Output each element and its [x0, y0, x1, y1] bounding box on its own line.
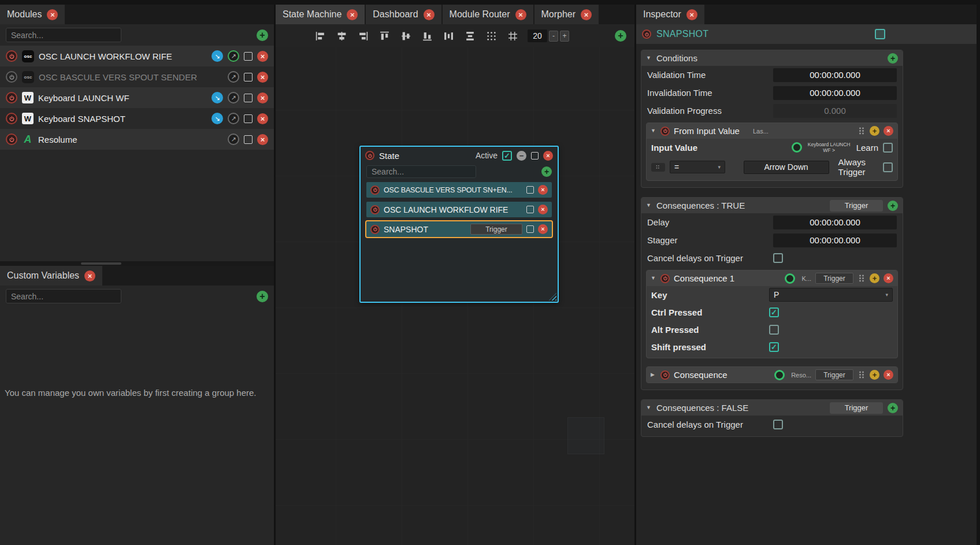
inspector-scroll-area[interactable]: ▼ Conditions + Validation Time 00:00:00.… [636, 44, 977, 545]
duplicate-consequence-button[interactable]: + [870, 370, 879, 380]
output-activity-icon[interactable]: ↗ [228, 134, 239, 145]
tab-state-machine[interactable]: State Machine × [276, 5, 365, 24]
state-search-input[interactable] [366, 165, 476, 178]
distribute-horizontal-icon[interactable] [440, 28, 457, 43]
close-icon[interactable]: × [84, 270, 95, 281]
power-icon[interactable] [6, 50, 17, 62]
state-node-header[interactable]: State Active ✓ − × [361, 147, 558, 164]
validation-time-field[interactable]: 00:00:00.000 [773, 68, 897, 82]
conditions-header[interactable]: ▼ Conditions + [641, 50, 903, 66]
detach-checkbox[interactable] [244, 94, 253, 102]
target-icon[interactable] [792, 142, 802, 153]
shift-pressed-checkbox[interactable]: ✓ [769, 342, 779, 352]
output-activity-icon[interactable]: ↗ [228, 50, 239, 62]
power-icon[interactable] [6, 71, 17, 83]
align-top-icon[interactable] [376, 28, 393, 43]
snap-grid-icon[interactable] [482, 28, 500, 43]
consequence-2-header[interactable]: ▶ Consequence Reso... Trigger + × [647, 367, 897, 383]
grid-size-increment[interactable]: + [560, 31, 569, 42]
power-icon[interactable] [660, 370, 670, 380]
power-icon[interactable] [6, 92, 17, 103]
drag-handle-icon[interactable] [858, 370, 866, 379]
distribute-vertical-icon[interactable] [461, 28, 478, 43]
minimize-icon[interactable]: − [517, 151, 526, 161]
invalidation-time-field[interactable]: 00:00:00.000 [773, 86, 897, 100]
from-input-value-header[interactable]: ▼ From Input Value Las... + × [647, 123, 897, 139]
remove-consequence-icon[interactable]: × [884, 370, 893, 380]
grid-size-decrement[interactable]: - [549, 31, 558, 42]
trigger-button[interactable]: Trigger [470, 224, 522, 235]
processor-item-selected[interactable]: SNAPSHOT Trigger × [366, 221, 552, 237]
active-checkbox[interactable]: ✓ [502, 151, 512, 161]
duplicate-condition-button[interactable]: + [870, 126, 879, 136]
tab-modules[interactable]: Modules × [0, 5, 65, 24]
cancel-delays-checkbox[interactable]: ✓ [773, 253, 783, 263]
align-center-vertical-icon[interactable] [397, 28, 414, 43]
power-icon[interactable] [365, 151, 374, 160]
remove-module-icon[interactable]: × [257, 51, 268, 62]
power-icon[interactable] [370, 205, 380, 214]
remove-state-icon[interactable]: × [543, 151, 553, 161]
chevron-down-icon[interactable]: ▼ [646, 55, 652, 61]
trigger-button[interactable]: Trigger [815, 273, 853, 284]
drag-handle-icon[interactable] [858, 127, 866, 135]
always-trigger-checkbox[interactable]: ✓ [883, 162, 893, 172]
mini-view-checkbox[interactable] [526, 225, 534, 233]
power-icon[interactable] [6, 134, 17, 145]
statemachine-canvas[interactable]: State Active ✓ − × + OSC BASCULE VERS SP… [276, 47, 634, 545]
power-icon[interactable] [642, 29, 651, 39]
remove-module-icon[interactable]: × [257, 72, 268, 83]
tab-dashboard[interactable]: Dashboard × [366, 5, 441, 24]
resize-handle[interactable] [549, 293, 556, 301]
add-module-button[interactable]: + [257, 29, 268, 41]
learn-checkbox[interactable]: ✓ [883, 143, 893, 153]
chevron-down-icon[interactable]: ▼ [646, 203, 652, 208]
input-activity-icon[interactable]: ↘ [211, 50, 223, 62]
module-row[interactable]: osc OSC BASCULE VERS SPOUT SENDER ↗ × [0, 66, 274, 87]
close-icon[interactable]: × [424, 9, 435, 20]
detach-checkbox[interactable] [244, 135, 253, 144]
add-condition-button[interactable]: + [888, 53, 898, 64]
alt-pressed-checkbox[interactable]: ✓ [769, 325, 779, 335]
module-row[interactable]: W Keyboard LAUNCH WF ↘ ↗ × [0, 87, 274, 108]
mini-view-checkbox[interactable] [531, 152, 539, 160]
modules-search-input[interactable] [6, 28, 121, 42]
enabled-toggle[interactable] [875, 29, 885, 39]
key-value-button[interactable]: Arrow Down [744, 161, 829, 174]
drag-handle-icon[interactable] [858, 274, 866, 283]
chevron-down-icon[interactable]: ▼ [651, 128, 656, 134]
tab-inspector[interactable]: Inspector × [636, 5, 704, 24]
add-state-button[interactable]: + [615, 30, 626, 42]
module-row[interactable]: A Resolume ↗ × [0, 129, 274, 150]
power-icon[interactable] [660, 127, 670, 136]
chevron-right-icon[interactable]: ▶ [651, 372, 656, 377]
chevron-down-icon[interactable]: ▼ [646, 405, 652, 410]
consequences-false-header[interactable]: ▼ Consequences : FALSE Trigger + [641, 400, 903, 416]
add-variable-group-button[interactable]: + [257, 291, 268, 302]
detach-checkbox[interactable] [244, 73, 253, 81]
close-icon[interactable]: × [581, 9, 592, 20]
align-center-horizontal-icon[interactable] [333, 28, 350, 43]
remove-condition-icon[interactable]: × [884, 126, 893, 136]
close-icon[interactable]: × [515, 9, 526, 20]
consequence-1-header[interactable]: ▼ Consequence 1 K... Trigger + × [647, 270, 897, 286]
mini-view-checkbox[interactable] [526, 186, 534, 194]
scrollbar-thumb[interactable] [81, 262, 121, 265]
processor-item[interactable]: OSC BASCULE VERS SPOUT SN+EN... × [366, 182, 552, 198]
detach-checkbox[interactable] [244, 52, 253, 61]
horizontal-scrollbar[interactable] [0, 261, 274, 266]
power-icon[interactable] [660, 274, 670, 283]
power-icon[interactable] [6, 113, 17, 124]
module-row[interactable]: osc OSC LAUNCH WORKFLOW RIFE ↘ ↗ × [0, 46, 274, 66]
show-grid-icon[interactable] [504, 28, 521, 43]
target-icon[interactable] [774, 370, 785, 380]
ctrl-pressed-checkbox[interactable]: ✓ [769, 307, 779, 317]
output-activity-icon[interactable]: ↗ [228, 92, 239, 103]
target-icon[interactable] [785, 273, 795, 284]
output-activity-icon[interactable]: ↗ [228, 113, 239, 124]
grid-size-input[interactable]: 20 [528, 29, 547, 42]
remove-consequence-icon[interactable]: × [884, 273, 893, 283]
trigger-button[interactable]: Trigger [815, 369, 853, 380]
align-bottom-icon[interactable] [418, 28, 436, 43]
add-consequence-button[interactable]: + [888, 403, 898, 413]
